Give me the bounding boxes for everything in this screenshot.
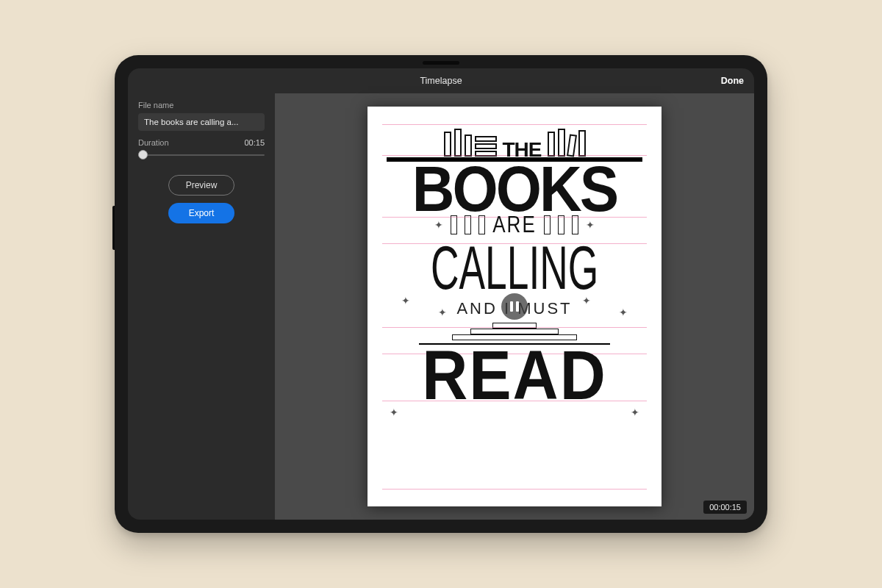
done-button[interactable]: Done	[721, 68, 744, 93]
art-row-the: THE	[387, 123, 642, 157]
canvas-area: THE BOOKS ✦ ARE ✦ C	[275, 93, 754, 520]
header-title: Timelapse	[420, 76, 462, 86]
header-bar: Timelapse Done	[128, 68, 754, 93]
pause-button[interactable]	[501, 293, 528, 320]
pause-icon	[510, 301, 519, 312]
art-text-read: READ	[422, 346, 607, 404]
tablet-frame: Timelapse Done File name Duration 00:15	[115, 55, 767, 533]
duration-slider[interactable]	[138, 148, 265, 162]
filename-group: File name	[138, 101, 265, 131]
filename-label: File name	[138, 101, 265, 110]
filename-input[interactable]	[138, 113, 265, 131]
app-screen: Timelapse Done File name Duration 00:15	[128, 68, 754, 520]
export-button[interactable]: Export	[168, 203, 234, 223]
sidebar: File name Duration 00:15 Preview Expo	[128, 93, 275, 520]
art-text-calling: CALLING	[431, 237, 598, 298]
preview-button[interactable]: Preview	[168, 175, 234, 196]
body: File name Duration 00:15 Preview Expo	[128, 93, 754, 520]
duration-group: Duration 00:15	[138, 138, 265, 162]
duration-label: Duration	[138, 138, 169, 147]
action-buttons: Preview Export	[138, 175, 265, 223]
playback-timestamp: 00:00:15	[703, 501, 747, 514]
tablet-camera	[423, 61, 459, 65]
art-text-books: BOOKS	[412, 162, 617, 216]
duration-value: 00:15	[244, 138, 265, 147]
